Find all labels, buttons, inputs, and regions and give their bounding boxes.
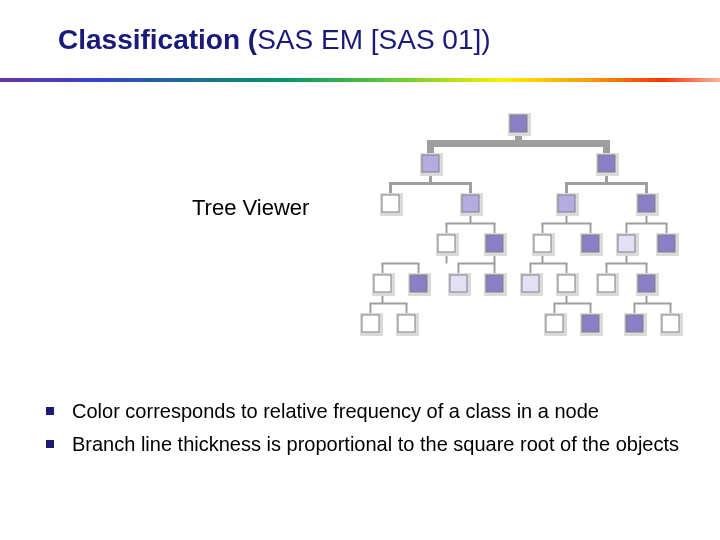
tree-node xyxy=(372,273,395,296)
tree-viewer-label: Tree Viewer xyxy=(192,195,309,221)
svg-rect-47 xyxy=(546,315,563,332)
decision-tree-diagram xyxy=(350,110,680,345)
title-bold: Classification ( xyxy=(58,24,257,55)
svg-rect-21 xyxy=(582,235,599,252)
svg-rect-27 xyxy=(374,275,391,292)
tree-node xyxy=(656,233,679,256)
bullet-text: Color corresponds to relative frequency … xyxy=(72,398,599,425)
tree-node xyxy=(544,313,567,336)
tree-node xyxy=(380,193,403,216)
tree-node xyxy=(624,313,647,336)
tree-node xyxy=(484,233,507,256)
svg-rect-33 xyxy=(486,275,503,292)
tree-node xyxy=(660,313,683,336)
svg-rect-43 xyxy=(362,315,379,332)
tree-node xyxy=(636,193,659,216)
svg-rect-1 xyxy=(510,115,527,132)
tree-node xyxy=(396,313,419,336)
tree-node xyxy=(484,273,507,296)
tree-node xyxy=(636,273,659,296)
svg-rect-23 xyxy=(618,235,635,252)
tree-node xyxy=(436,233,459,256)
tree-node xyxy=(596,153,619,176)
svg-rect-37 xyxy=(558,275,575,292)
bullet-square-icon xyxy=(46,440,54,448)
svg-rect-5 xyxy=(598,155,615,172)
tree-node xyxy=(556,193,579,216)
svg-rect-49 xyxy=(582,315,599,332)
svg-rect-7 xyxy=(382,195,399,212)
svg-rect-13 xyxy=(638,195,655,212)
svg-rect-39 xyxy=(598,275,615,292)
svg-rect-41 xyxy=(638,275,655,292)
tree-node xyxy=(360,313,383,336)
tree-svg xyxy=(350,110,690,350)
title-rest: SAS EM [SAS 01]) xyxy=(257,24,490,55)
svg-rect-53 xyxy=(662,315,679,332)
tree-node xyxy=(520,273,543,296)
tree-node xyxy=(408,273,431,296)
tree-node xyxy=(580,233,603,256)
svg-rect-31 xyxy=(450,275,467,292)
bullet-item: Color corresponds to relative frequency … xyxy=(46,398,684,425)
svg-rect-17 xyxy=(486,235,503,252)
bullet-item: Branch line thickness is proportional to… xyxy=(46,431,684,458)
slide-title: Classification (SAS EM [SAS 01]) xyxy=(0,0,720,56)
svg-rect-51 xyxy=(626,315,643,332)
svg-rect-35 xyxy=(522,275,539,292)
svg-rect-3 xyxy=(422,155,439,172)
svg-rect-19 xyxy=(534,235,551,252)
svg-rect-9 xyxy=(462,195,479,212)
bullet-square-icon xyxy=(46,407,54,415)
svg-rect-15 xyxy=(438,235,455,252)
rainbow-rule xyxy=(0,78,720,82)
bullet-text: Branch line thickness is proportional to… xyxy=(72,431,679,458)
tree-node xyxy=(420,153,443,176)
svg-rect-11 xyxy=(558,195,575,212)
bullet-list: Color corresponds to relative frequency … xyxy=(46,398,684,464)
tree-node xyxy=(508,113,531,136)
tree-node xyxy=(460,193,483,216)
tree-node xyxy=(596,273,619,296)
tree-node xyxy=(616,233,639,256)
tree-node xyxy=(556,273,579,296)
svg-rect-45 xyxy=(398,315,415,332)
svg-rect-25 xyxy=(658,235,675,252)
tree-node xyxy=(580,313,603,336)
svg-rect-29 xyxy=(410,275,427,292)
tree-node xyxy=(532,233,555,256)
tree-node xyxy=(448,273,471,296)
